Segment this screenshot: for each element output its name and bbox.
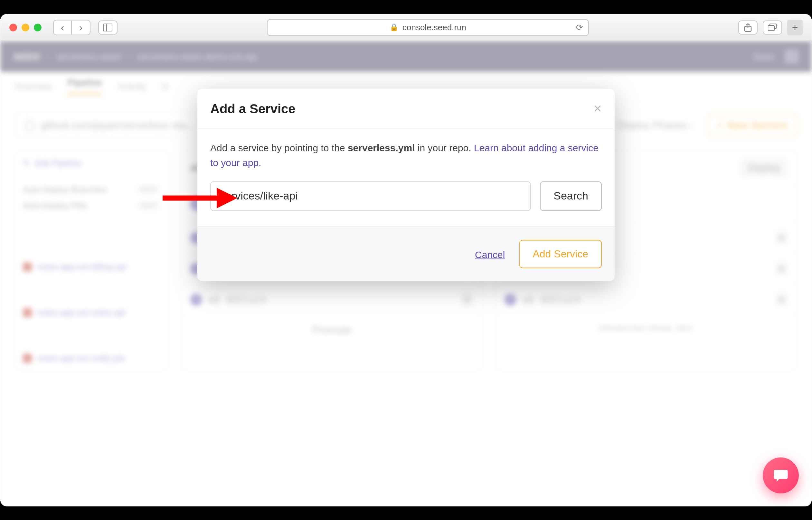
cancel-button[interactable]: Cancel bbox=[475, 249, 505, 259]
nav-buttons: ‹ › bbox=[53, 19, 91, 35]
close-window-icon[interactable] bbox=[9, 23, 17, 31]
tabs-button[interactable] bbox=[763, 20, 782, 34]
service-path-input[interactable] bbox=[210, 181, 531, 211]
url-bar[interactable]: 🔒 console.seed.run ⟳ bbox=[267, 19, 589, 35]
add-service-button[interactable]: Add Service bbox=[519, 240, 602, 268]
reload-icon[interactable]: ⟳ bbox=[576, 22, 583, 32]
forward-button[interactable]: › bbox=[72, 20, 90, 34]
chat-fab[interactable] bbox=[763, 457, 799, 493]
add-service-modal: Add a Service × Add a service by pointin… bbox=[197, 88, 615, 281]
browser-right-tools: + bbox=[738, 19, 803, 35]
lock-icon: 🔒 bbox=[389, 23, 399, 31]
svg-rect-0 bbox=[103, 23, 112, 31]
new-tab-button[interactable]: + bbox=[787, 19, 803, 35]
browser-window: ‹ › 🔒 console.seed.run ⟳ + SEED bbox=[0, 14, 812, 506]
back-button[interactable]: ‹ bbox=[54, 20, 72, 34]
browser-toolbar: ‹ › 🔒 console.seed.run ⟳ + bbox=[0, 14, 812, 41]
url-text: console.seed.run bbox=[403, 22, 466, 32]
sidebar-toggle-button[interactable] bbox=[98, 20, 118, 34]
minimize-window-icon[interactable] bbox=[22, 23, 29, 31]
window-controls bbox=[9, 23, 42, 31]
search-button[interactable]: Search bbox=[540, 181, 602, 211]
modal-title: Add a Service bbox=[210, 101, 296, 116]
maximize-window-icon[interactable] bbox=[34, 23, 42, 31]
share-button[interactable] bbox=[738, 20, 758, 34]
modal-body: Add a service by pointing to the serverl… bbox=[197, 129, 615, 226]
svg-rect-4 bbox=[768, 25, 774, 30]
close-icon[interactable]: × bbox=[593, 100, 602, 117]
